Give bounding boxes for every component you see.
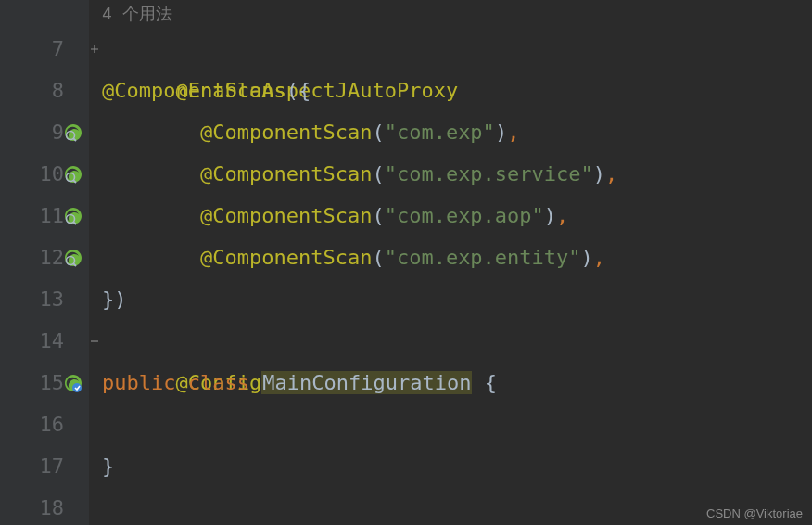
gutter-row[interactable]: 16 — [0, 403, 88, 445]
code-line[interactable] — [102, 403, 812, 445]
line-number: 9 — [34, 111, 64, 153]
spring-bean-icon[interactable] — [64, 207, 82, 225]
code-line[interactable]: @EnableAspectJAutoProxy — [102, 28, 812, 70]
code-line[interactable]: @ComponentScan("com.exp.aop"), — [102, 195, 812, 237]
spring-bean-icon[interactable] — [64, 165, 82, 184]
annotation: @ComponentScans — [102, 79, 286, 102]
annotation: @ComponentScan — [200, 204, 372, 227]
spring-bean-icon[interactable] — [64, 249, 82, 267]
punct: } — [102, 455, 114, 478]
code-line[interactable]: @Configuration — [102, 320, 812, 362]
gutter-row[interactable]: 17 — [0, 445, 88, 487]
punct: ) — [593, 162, 605, 186]
gutter-spacer — [0, 0, 88, 28]
line-number: 12 — [34, 237, 64, 278]
punct: }) — [102, 288, 127, 311]
string-literal: "com.exp.entity" — [385, 246, 581, 269]
line-number: 17 — [34, 445, 64, 487]
code-content[interactable]: 4 个用法 @EnableAspectJAutoProxy @Component… — [89, 0, 812, 525]
spring-config-icon[interactable] — [64, 374, 82, 392]
code-line[interactable]: @ComponentScan("com.exp.service"), — [102, 153, 812, 195]
punct: { — [472, 371, 497, 394]
punct: ( — [372, 162, 384, 186]
code-line[interactable]: @ComponentScan("com.exp"), — [102, 111, 812, 153]
keyword: public — [102, 371, 175, 394]
gutter-row[interactable]: 13 — [0, 278, 88, 320]
gutter-row[interactable]: 11 — [0, 195, 88, 237]
annotation: @ComponentScan — [200, 246, 372, 269]
line-number: 18 — [34, 487, 64, 525]
punct: ( — [372, 121, 384, 144]
gutter-row[interactable]: 10 — [0, 153, 88, 195]
code-line[interactable]: @ComponentScans({ — [102, 70, 812, 111]
string-literal: "com.exp" — [385, 121, 495, 144]
punct: ) — [544, 204, 556, 227]
punct: , — [507, 121, 519, 144]
fold-close-icon[interactable] — [89, 320, 100, 362]
string-literal: "com.exp.service" — [385, 162, 593, 186]
line-number: 16 — [34, 403, 64, 445]
code-editor: 7 8 9 10 11 12 13 14 15 16 17 18 4 个用法 @… — [0, 0, 812, 525]
fold-open-icon[interactable] — [89, 28, 100, 70]
code-line[interactable]: public class MainConfiguration { — [102, 362, 812, 403]
line-number: 11 — [34, 195, 64, 237]
line-number: 15 — [34, 362, 64, 403]
spring-bean-icon[interactable] — [64, 123, 82, 142]
gutter-row[interactable]: 15 — [0, 362, 88, 403]
code-line[interactable]: } — [102, 445, 812, 487]
gutter-row[interactable]: 9 — [0, 111, 88, 153]
editor-gutter: 7 8 9 10 11 12 13 14 15 16 17 18 — [0, 0, 89, 525]
line-number: 14 — [34, 320, 64, 362]
watermark: CSDN @Viktoriae — [706, 507, 803, 519]
line-number: 13 — [34, 278, 64, 320]
annotation: @ComponentScan — [200, 121, 372, 144]
line-number: 8 — [34, 70, 64, 111]
class-name: MainConfiguration — [261, 371, 472, 394]
punct: , — [556, 204, 568, 227]
string-literal: "com.exp.aop" — [385, 204, 544, 227]
svg-point-8 — [72, 383, 82, 392]
gutter-row[interactable]: 14 — [0, 320, 88, 362]
watermark-text: CSDN @Viktoriae — [706, 506, 803, 520]
usages-hint-text: 4 个用法 — [102, 4, 172, 23]
punct: ) — [581, 246, 593, 269]
line-number: 7 — [34, 28, 64, 70]
annotation: @ComponentScan — [200, 162, 372, 186]
gutter-row[interactable]: 7 — [0, 28, 88, 70]
usages-hint[interactable]: 4 个用法 — [102, 0, 812, 28]
gutter-row[interactable]: 8 — [0, 70, 88, 111]
code-line[interactable]: }) — [102, 278, 812, 320]
gutter-row[interactable]: 12 — [0, 237, 88, 278]
punct: ( — [372, 246, 384, 269]
punct: ) — [495, 121, 507, 144]
line-number: 10 — [34, 153, 64, 195]
code-line[interactable]: @ComponentScan("com.exp.entity"), — [102, 237, 812, 278]
punct: , — [593, 246, 605, 269]
punct: ({ — [286, 79, 311, 102]
punct: , — [605, 162, 617, 186]
keyword: class — [188, 371, 249, 394]
punct: ( — [372, 204, 384, 227]
gutter-row[interactable]: 18 — [0, 487, 88, 525]
